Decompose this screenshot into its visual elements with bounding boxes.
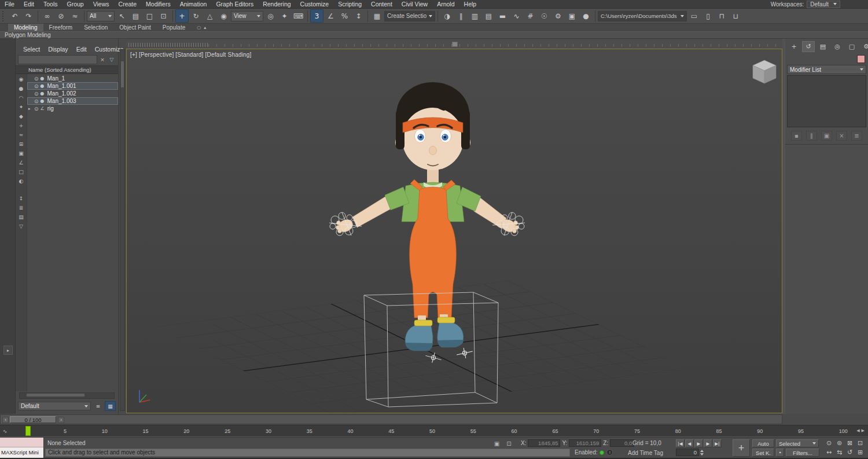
show-end-result-icon[interactable]: ∥ [806,131,817,141]
filter-funnel-icon[interactable]: ▽ [108,56,116,64]
ribbon-tab[interactable]: Selection [78,24,113,31]
zoom-extents-icon[interactable]: ⊠ [845,439,855,447]
menu-item[interactable]: Tools [39,0,62,8]
menu-item[interactable]: Create [114,0,142,8]
time-slider-next-icon[interactable]: › [58,417,64,423]
maximize-viewport-toggle-icon[interactable]: ⊞ [855,448,865,457]
window-crossing-icon[interactable]: ⊡ [157,9,170,23]
viewport-shading-label[interactable]: [+] [Perspective] [Standard] [Default Sh… [130,52,252,58]
mirror-icon[interactable]: ◑ [440,9,454,23]
display-containers-icon[interactable]: □ [17,168,25,175]
explorer-preset-dropdown[interactable]: Default [18,402,91,410]
spinner-snap-icon[interactable]: ↕ [352,9,365,23]
make-unique-icon[interactable]: ▣ [821,131,832,141]
go-to-start-button[interactable]: |◀ [676,439,685,447]
pan-icon[interactable]: ↔ [824,448,834,457]
explorer-row[interactable]: ▸ ⊙ ● Man_1.003 [27,97,118,105]
isolate-selection-icon[interactable]: ▣ [492,439,502,447]
open-script-icon[interactable]: ⊓ [715,9,729,23]
display-shapes-icon[interactable]: ◠ [17,94,25,101]
menu-item[interactable]: Edit [19,0,39,8]
set-key-button[interactable]: Set K. [752,449,774,457]
display-geometry-icon[interactable]: ● [17,85,25,92]
undo-icon[interactable]: ↶ [8,9,21,23]
x-coordinate-field[interactable]: 1845,85 [528,439,560,447]
z-coordinate-field[interactable]: 0,0 [610,439,634,447]
menu-item[interactable]: Group [62,0,89,8]
reference-coordinate-dropdown[interactable]: View [231,11,263,21]
explorer-horizontal-scrollbar[interactable] [19,392,115,399]
sort-mode-icon[interactable]: ↕ [17,194,25,202]
visibility-eye-icon[interactable]: ⊙ [34,98,39,104]
display-cameras-icon[interactable]: ◆ [17,112,25,120]
visibility-eye-icon[interactable]: ⊙ [34,83,39,89]
named-selection-sets-dropdown[interactable]: Create Selection Set [384,11,435,21]
toggle-ribbon-icon[interactable]: ▬ [496,9,509,23]
explorer-menu-item[interactable]: Select [19,45,44,54]
explorer-row[interactable]: ▸ ⊙ ∠ rig [27,105,118,112]
display-bones-icon[interactable]: ∠ [17,159,25,166]
time-slider-prev-icon[interactable]: ‹ [2,417,9,423]
display-lights-icon[interactable]: ✦ [17,103,25,111]
modify-tab-icon[interactable]: ↺ [802,41,815,52]
explorer-row[interactable]: ▸ ⊙ ● Man_1.001 [27,82,118,90]
toolbar-grip[interactable] [2,11,6,21]
scrollbar-thumb[interactable] [27,394,84,396]
time-slider-marker[interactable] [25,426,31,436]
menu-item[interactable]: Modifiers [141,0,175,8]
toggle-layer-explorer-icon[interactable]: ▤ [482,9,495,23]
render-setup-icon[interactable]: ⚙ [551,9,565,23]
menu-item[interactable]: Views [89,0,114,8]
set-keys-button[interactable]: + [733,439,750,457]
workspace-dropdown[interactable]: Default [807,1,840,8]
explorer-row[interactable]: ▸ ⊙ ● Man_1 [27,75,118,82]
align-icon[interactable]: ∥ [454,9,468,23]
ribbon-tab[interactable]: Object Paint [113,24,156,31]
trackbar-scroll-right-icon[interactable]: ▶ [862,428,865,433]
project-path-dropdown[interactable]: C:\Users\ryzen\Documents\3ds Max 2022 [598,11,687,21]
ribbon-tab[interactable]: Populate [157,24,191,31]
next-frame-button[interactable]: ▶ [704,439,712,447]
display-materials-icon[interactable]: ◐ [17,177,25,185]
explorer-menu-item[interactable]: Edit [72,45,91,54]
keyboard-override-icon[interactable]: ⌨ [292,9,305,23]
menu-item[interactable]: Help [459,0,481,8]
menu-item[interactable]: Rendering [258,0,295,8]
select-and-scale-icon[interactable]: △ [203,9,216,23]
perspective-viewport[interactable]: [+] [Perspective] [Standard] [Default Sh… [126,49,782,413]
display-spacewarps-icon[interactable]: ≈ [17,131,25,138]
trackbar-scroll-left-icon[interactable]: ◀ [856,428,859,433]
unlink-selection-icon[interactable]: ⊘ [54,9,68,23]
explorer-menu-item[interactable]: Display [44,45,72,54]
motion-tab-icon[interactable]: ◎ [831,41,844,52]
selection-lock-icon[interactable]: ⊡ [504,439,514,447]
menu-item[interactable]: Scripting [333,0,366,8]
visibility-eye-icon[interactable]: ⊙ [34,91,39,97]
configure-explorer-icon[interactable]: ▦ [105,401,116,411]
select-and-rotate-icon[interactable]: ↻ [189,9,203,23]
menu-item[interactable]: Civil View [397,0,432,8]
hierarchy-mode-icon[interactable]: ≣ [17,204,25,211]
menu-item[interactable]: Content [366,0,397,8]
object-name[interactable]: Man_1.003 [46,98,76,104]
object-name[interactable]: Man_1.001 [46,83,76,89]
ribbon-config-icon[interactable]: ○ [197,24,201,31]
rectangular-selection-region-icon[interactable]: □ [143,9,156,23]
zoom-region-icon[interactable]: ⊡ [855,439,865,447]
track-bar[interactable]: ∿ 51015202530354045505560657075808590951… [0,425,868,437]
ribbon-minimize-icon[interactable]: ▴ [204,24,206,31]
clear-search-icon[interactable]: × [98,56,106,64]
visibility-eye-icon[interactable]: ⊙ [34,106,39,112]
pin-stack-icon[interactable]: ▪ [791,131,802,141]
material-editor-icon[interactable]: ☉ [538,9,551,23]
key-filters-button[interactable]: Filters... [786,449,819,457]
auto-key-button[interactable]: Auto [752,439,774,447]
play-button[interactable]: ▶ [694,439,703,447]
select-and-place-icon[interactable]: ◉ [217,9,230,23]
use-center-icon[interactable]: ◎ [264,9,277,23]
selection-filter-dropdown[interactable]: All [87,11,115,21]
configure-modifier-sets-icon[interactable]: ≣ [851,131,862,141]
modifier-stack[interactable] [787,75,866,127]
object-name[interactable]: Man_1 [46,75,65,82]
help-browser-icon[interactable]: ⊔ [729,9,742,23]
